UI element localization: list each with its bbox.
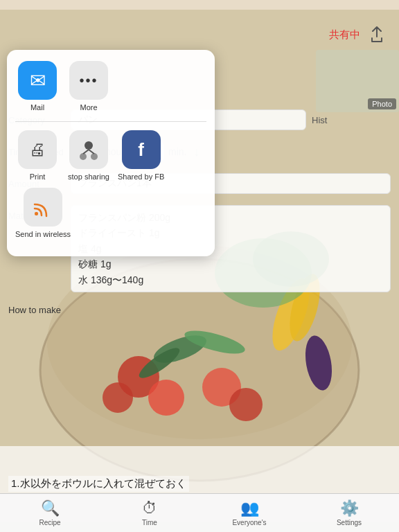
tab-settings-label: Settings: [337, 519, 362, 526]
share-stop-sharing[interactable]: stop sharing: [66, 130, 111, 181]
fb-label: Shared by FB: [118, 172, 164, 181]
how-to-make-row: How to make: [8, 299, 391, 324]
step-text: 1.水以外をボウルに入れて混ぜておく: [8, 476, 189, 492]
stop-sharing-icon: [69, 130, 108, 169]
top-bar: 共有中: [0, 19, 399, 50]
share-button[interactable]: [366, 24, 388, 46]
mail-label: Mail: [30, 103, 44, 112]
share-wireless[interactable]: Send in wireless: [15, 188, 71, 238]
share-popup: ✉ Mail ••• More 🖨 Print: [7, 50, 215, 256]
share-more[interactable]: ••• More: [66, 61, 111, 112]
more-label: More: [80, 103, 97, 112]
tab-everyones-label: Everyone's: [232, 519, 266, 526]
svg-point-17: [85, 141, 93, 150]
share-fb[interactable]: f Shared by FB: [118, 130, 164, 181]
hist-link[interactable]: Hist: [312, 109, 327, 125]
print-icon: 🖨: [18, 130, 57, 169]
svg-point-19: [91, 153, 98, 160]
print-label: Print: [30, 172, 46, 181]
fb-icon: f: [122, 130, 161, 169]
tab-recipe[interactable]: 🔍 Recipe: [0, 494, 100, 532]
tab-time[interactable]: ⏱ Time: [100, 494, 200, 532]
mail-icon: ✉: [18, 61, 57, 100]
rss-icon: [24, 188, 62, 227]
separator: [15, 121, 206, 122]
svg-point-18: [80, 153, 87, 160]
more-icon: •••: [69, 61, 108, 100]
tab-everyones[interactable]: 👥 Everyone's: [200, 494, 299, 532]
svg-line-21: [89, 150, 94, 154]
photo-button[interactable]: Photo: [368, 98, 396, 109]
share-row-2: 🖨 Print stop sharing f Shared by F: [15, 130, 206, 238]
recipe-icon: 🔍: [41, 499, 60, 517]
svg-rect-22: [35, 212, 38, 215]
stop-sharing-label: stop sharing: [68, 172, 109, 181]
tab-bar: 🔍 Recipe ⏱ Time 👥 Everyone's ⚙️ Settings: [0, 493, 399, 532]
tab-recipe-label: Recipe: [39, 519, 60, 526]
time-icon: ⏱: [142, 499, 157, 517]
wireless-label: Send in wireless: [15, 230, 71, 238]
share-row-1: ✉ Mail ••• More: [15, 61, 206, 112]
main-content: 共有中 Photo Category Hist Time required ho…: [0, 19, 399, 532]
tab-time-label: Time: [142, 519, 157, 526]
settings-icon: ⚙️: [340, 499, 359, 517]
share-mail[interactable]: ✉ Mail: [15, 61, 60, 112]
photo-area: Photo: [316, 50, 399, 112]
how-to-make-label: How to make: [8, 299, 71, 315]
svg-line-20: [83, 150, 89, 154]
sharing-label: 共有中: [329, 28, 360, 42]
share-print[interactable]: 🖨 Print: [15, 130, 60, 181]
tab-settings[interactable]: ⚙️ Settings: [299, 494, 399, 532]
everyones-icon: 👥: [240, 499, 259, 517]
